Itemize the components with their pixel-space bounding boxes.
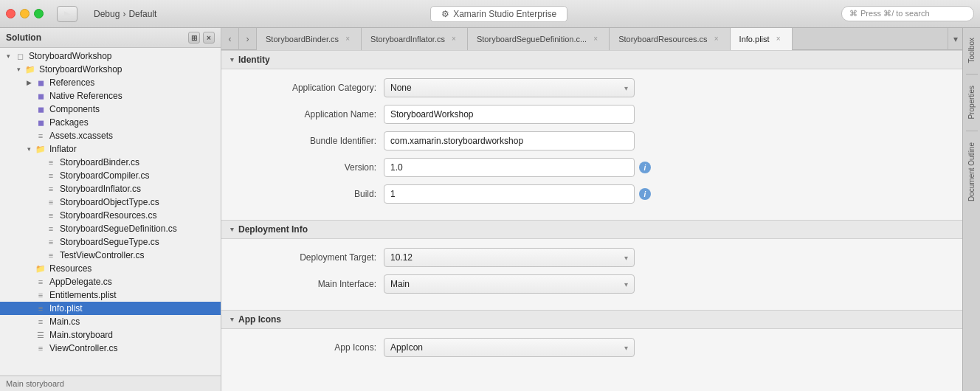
deployment-section-label: Deployment Info (238, 224, 308, 235)
properties-button[interactable]: Properties (965, 79, 979, 126)
app-category-dropdown-icon: ▾ (624, 84, 628, 92)
sidebar-item-assets-xcassets[interactable]: ≡Assets.xcassets (0, 129, 221, 142)
sidebar-footer-label: Main storyboard (6, 379, 64, 388)
sidebar-item-inflator[interactable]: ▾📁Inflator (0, 142, 221, 156)
tab-storyboard-inflator-tab[interactable]: StoryboardInflator.cs× (362, 28, 468, 50)
titlebar: ▶ Debug › Default ⚙ Xamarin Studio Enter… (0, 0, 980, 28)
tab-overflow-button[interactable]: ▾ (948, 28, 962, 50)
tab-storyboard-binder-tab[interactable]: StoryboardBinder.cs× (257, 28, 362, 50)
sidebar-item-references[interactable]: ▶◼References (0, 76, 221, 89)
sidebar-item-test-view-controller[interactable]: ≡TestViewController.cs (0, 249, 221, 262)
sidebar-item-main-cs[interactable]: ≡Main.cs (0, 315, 221, 328)
sidebar-item-storyboard-resources[interactable]: ≡StoryboardResources.cs (0, 209, 221, 222)
toolbox-button[interactable]: Toolbox (965, 31, 979, 69)
version-control: i (384, 158, 948, 177)
sidebar-item-packages[interactable]: ◼Packages (0, 116, 221, 129)
app-icons-value: AppIcon (390, 342, 423, 353)
scheme-selector[interactable]: Debug › Default (94, 9, 156, 19)
app-title: ⚙ Xamarin Studio Enterprise (430, 6, 567, 22)
tab-close-icon[interactable]: × (343, 35, 352, 44)
tree-item-icon: ≡ (34, 290, 47, 300)
document-outline-button[interactable]: Document Outline (965, 136, 979, 208)
deployment-arrow-icon: ▾ (230, 226, 234, 233)
tab-info-plist-tab[interactable]: Info.plist× (731, 28, 793, 50)
sidebar-item-storyboard-inflator[interactable]: ≡StoryboardInflator.cs (0, 182, 221, 196)
tree-item-icon: ≡ (44, 184, 58, 194)
content-area: ▾ Identity Application Category: None ▾ (221, 50, 962, 391)
deployment-section-header[interactable]: ▾ Deployment Info (221, 220, 962, 239)
sidebar-item-components[interactable]: ◼Components (0, 103, 221, 116)
tab-back-button[interactable]: ‹ (221, 28, 239, 50)
app-icons-section: ▾ App Icons App Icons: AppIcon ▾ (221, 310, 962, 373)
sidebar-item-app-delegate[interactable]: ≡AppDelegate.cs (0, 275, 221, 288)
main-interface-dropdown-icon: ▾ (624, 280, 628, 288)
tab-close-icon[interactable]: × (774, 35, 783, 44)
app-icons-control: AppIcon ▾ (384, 338, 948, 357)
sidebar-item-info-plist[interactable]: ≡Info.plist (0, 302, 221, 315)
maximize-button[interactable] (34, 9, 44, 18)
tab-storyboard-segue-def-tab[interactable]: StoryboardSegueDefinition.c...× (468, 28, 610, 50)
sidebar-item-storyboard-workshop-project[interactable]: ▾📁StoryboardWorkshop (0, 63, 221, 76)
deployment-target-value: 10.12 (390, 252, 413, 263)
sidebar-item-storyboard-segue-type[interactable]: ≡StoryboardSegueType.cs (0, 235, 221, 249)
build-input[interactable] (384, 184, 635, 204)
tab-storyboard-resources-tab[interactable]: StoryboardResources.cs× (610, 28, 730, 50)
version-label: Version: (236, 162, 384, 173)
app-category-select[interactable]: None ▾ (384, 78, 635, 97)
sidebar-item-storyboard-compiler[interactable]: ≡StoryboardCompiler.cs (0, 169, 221, 182)
tree-item-icon: ≡ (34, 343, 47, 353)
tree-item-label: StoryboardWorkshop (29, 51, 112, 61)
app-name-input[interactable] (384, 105, 635, 124)
version-input[interactable] (384, 158, 635, 177)
main-interface-select[interactable]: Main ▾ (384, 274, 635, 294)
tree-arrow: ▾ (24, 145, 34, 153)
tabbar: ‹ › StoryboardBinder.cs×StoryboardInflat… (221, 28, 962, 50)
version-info-icon[interactable]: i (639, 162, 651, 173)
tree-item-icon: ≡ (44, 170, 58, 181)
build-info-icon[interactable]: i (639, 188, 651, 200)
chevron-down-icon: ▾ (953, 34, 958, 44)
minimize-button[interactable] (20, 9, 30, 18)
scheme-label: Debug (94, 9, 120, 19)
close-button[interactable] (6, 9, 15, 18)
search-box[interactable]: ⌘ Press ⌘/ to search (841, 6, 974, 21)
sidebar-item-storyboard-object-type[interactable]: ≡StoryboardObjectType.cs (0, 196, 221, 209)
sidebar-item-view-controller[interactable]: ≡ViewController.cs (0, 342, 221, 355)
app-icons-section-header[interactable]: ▾ App Icons (221, 310, 962, 329)
tree-item-icon: ≡ (34, 131, 47, 141)
tree-item-icon: ≡ (34, 303, 47, 314)
bundle-id-label: Bundle Identifier: (236, 136, 384, 146)
build-control: i (384, 184, 948, 204)
sidebar-item-native-references[interactable]: ◼Native References (0, 89, 221, 103)
sidebar-item-storyboard-workshop-root[interactable]: ▾◻StoryboardWorkshop (0, 49, 221, 63)
deployment-target-dropdown-icon: ▾ (624, 254, 628, 262)
tree-item-icon: 📁 (24, 64, 37, 75)
identity-section-header[interactable]: ▾ Identity (221, 50, 962, 69)
tab-label: StoryboardResources.cs (618, 35, 707, 44)
tree-arrow: ▾ (3, 52, 13, 60)
run-button[interactable]: ▶ (57, 6, 77, 22)
tab-close-icon[interactable]: × (449, 35, 458, 44)
sidebar-item-main-storyboard[interactable]: ☰Main.storyboard (0, 328, 221, 342)
main-interface-row: Main Interface: Main ▾ (236, 274, 948, 294)
tree-item-label: AppDelegate.cs (49, 277, 112, 287)
tab-close-icon[interactable]: × (591, 35, 600, 44)
sidebar-item-resources[interactable]: 📁Resources (0, 262, 221, 275)
sidebar-item-storyboard-binder[interactable]: ≡StoryboardBinder.cs (0, 156, 221, 169)
bundle-id-input[interactable] (384, 131, 635, 150)
sidebar-close-icon[interactable]: × (203, 32, 215, 44)
app-category-control: None ▾ (384, 78, 948, 97)
app-title-area: ⚙ Xamarin Studio Enterprise (161, 6, 837, 22)
tab-label: StoryboardSegueDefinition.c... (477, 35, 587, 44)
sidebar-tree: ▾◻StoryboardWorkshop▾📁StoryboardWorkshop… (0, 48, 221, 376)
sidebar-expand-icon[interactable]: ⊞ (188, 32, 200, 44)
tree-item-label: StoryboardBinder.cs (60, 157, 139, 167)
tree-item-label: Info.plist (49, 303, 83, 314)
deployment-target-select[interactable]: 10.12 ▾ (384, 248, 635, 267)
tab-close-icon[interactable]: × (712, 35, 721, 44)
app-icons-select[interactable]: AppIcon ▾ (384, 338, 635, 357)
tab-forward-button[interactable]: › (239, 28, 257, 50)
right-panel-divider-2 (966, 131, 978, 131)
sidebar-item-storyboard-segue-def[interactable]: ≡StoryboardSegueDefinition.cs (0, 222, 221, 235)
sidebar-item-entitlements[interactable]: ≡Entitlements.plist (0, 288, 221, 302)
